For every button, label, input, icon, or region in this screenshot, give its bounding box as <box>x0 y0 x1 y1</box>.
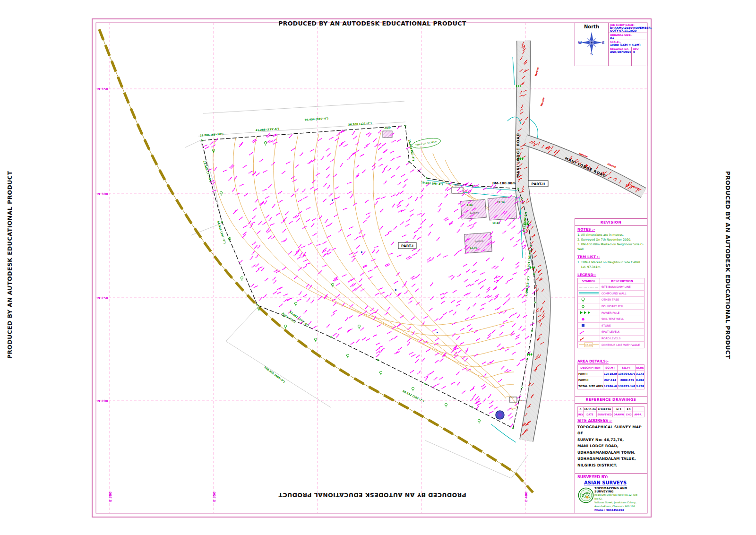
well-center <box>498 413 502 417</box>
building-value: 12.81 <box>492 222 500 224</box>
svg-text:W: W <box>578 41 582 45</box>
dim-label: 29.981 (98'-4") <box>421 181 443 186</box>
approval-header-row: REV. DATE SURVEYED DRAWN CHD APPR. <box>578 412 644 417</box>
svg-text:97.00: 97.00 <box>585 344 593 346</box>
site-address-section: SITE ADDRESS :- TOPOGRAPHICAL SURVEY MAP… <box>575 417 647 471</box>
area-details-section: AREA DETAILS:- DESCRIPTION SQ.MT SQ.FT A… <box>575 358 647 391</box>
building-value: 13.26 <box>497 201 505 204</box>
autodesk-banner-left: PRODUCED BY AN AUTODESK EDUCATIONAL PROD… <box>6 166 13 364</box>
benchmark-label: BM-100.00m <box>492 181 516 185</box>
compound-wall-symbol <box>578 291 600 297</box>
company-name: ASIAN SURVEYS <box>584 480 644 485</box>
building-2 <box>488 197 516 220</box>
dim-label: 21.286 (69'-10") <box>200 132 224 137</box>
dim-label: 138.481 (454'-4") <box>264 366 286 384</box>
dim-label: 86.132 (282'-7") <box>402 389 425 403</box>
grid-label-e: E 400 <box>524 492 528 502</box>
sheet-frame <box>92 19 651 517</box>
revision-header: REVISION <box>575 219 647 226</box>
table-row: PART-II 267.614 2880.575 0.066 <box>578 377 644 383</box>
grid-label-n: N 250 <box>97 296 108 300</box>
title-block-main: REVISION NOTES :- 1. All dimensions are … <box>575 218 647 513</box>
stone-symbol <box>578 323 600 329</box>
compass-rose-icon: W E S <box>578 29 605 56</box>
contour-lines <box>213 131 516 410</box>
part1-label: PART-I <box>401 244 413 248</box>
autodesk-banner-bottom: PRODUCED BY AN AUTODESK EDUCATIONAL PROD… <box>273 492 472 499</box>
surveyed-by-section: SURVEYED BY: ASIAN SURVEYS TOPOMAPPING A… <box>575 473 647 513</box>
survey-grid <box>96 23 647 513</box>
shed-structure <box>383 131 392 138</box>
building-value: 8.86 <box>467 204 473 207</box>
legend-section: LEGEND:- SYMBOL DESCRIPTION SITE BOUNDAR… <box>575 271 647 350</box>
dim-label: 44.932 (147'-5") <box>217 220 227 244</box>
grid-label-n: N 200 <box>97 399 108 403</box>
svg-text:S: S <box>590 52 593 56</box>
grid-label-n: N 300 <box>97 192 108 196</box>
north-compass: North W E S <box>575 23 609 66</box>
house-label: House <box>534 67 540 76</box>
autodesk-banner-top: PRODUCED BY AN AUTODESK EDUCATIONAL PROD… <box>273 20 472 27</box>
dim-label: 99.454 (326'-4") <box>305 117 329 121</box>
spot-levels-symbol <box>578 329 600 335</box>
dim-label: 23.580 (77'-4") <box>203 160 212 182</box>
svg-text:E: E <box>602 41 604 45</box>
notes-section: NOTES :- 1. All dimensions are in metres… <box>575 226 647 253</box>
table-row: TOTAL SITE AREA 12986.466 139785.148 3.2… <box>578 383 644 389</box>
scale-row: SCALE:- 1:400 (1CM = 4.0M) <box>609 40 647 47</box>
dim-label: 41.288 (135'-6") <box>256 127 280 132</box>
job-info: JOB SHEET NAME: D:\RAMU\2020\NOVEMBER\ O… <box>609 23 647 66</box>
north-label: North <box>584 24 599 29</box>
dim-label: 36.908 (121'-1") <box>348 121 372 126</box>
neighbour-parcel-lines <box>185 101 528 478</box>
part2-label: PART-II <box>532 182 545 186</box>
title-block-header: North W E S JOB SHEET NAME: D:\RAMU\2020… <box>575 23 647 66</box>
house-label: House <box>540 97 545 106</box>
building-value: 12.95 <box>470 246 477 249</box>
power-pole-symbol <box>578 310 600 316</box>
other-tree-symbol <box>578 297 600 303</box>
grid-label-e: E 300 <box>109 492 112 502</box>
buildings <box>383 131 517 419</box>
house-label: House <box>607 163 617 169</box>
original-size-row: ORIGINAL SIZE:- A1 <box>609 33 647 40</box>
map-labels: N 350 N 300 N 250 N 200 E 300 E 350 E 40… <box>97 67 640 502</box>
shed-value-label: 2.29 <box>384 126 391 129</box>
drawing-no-row: DRAWING NO. ASK/107/2020 REV: 0 <box>609 47 647 66</box>
ramu-track <box>99 29 533 492</box>
approval-values-row: 0 07-11-2020 P.SURESH M.S P.S <box>578 407 644 412</box>
road-levels-symbol <box>578 336 600 342</box>
building-3 <box>464 233 492 253</box>
road-name-vertical: MANI LODGE ROAD <box>516 133 520 178</box>
room-label: Room <box>519 399 525 402</box>
grid-label-n: N 350 <box>97 87 108 91</box>
grid-label-e: E 350 <box>213 492 216 502</box>
table-row: PART-I 12718.852 136904.573 3.143 <box>578 371 644 377</box>
site-boundary-line-symbol <box>578 284 600 290</box>
asian-surveys-logo <box>577 486 594 513</box>
drawing-sheet: N 350 N 300 N 250 N 200 E 300 E 350 E 40… <box>0 0 756 535</box>
tbm-list-section: TBM LIST :- 1. TBM-1 Marked on Neighbour… <box>575 253 647 271</box>
area-details-table: DESCRIPTION SQ.MT SQ.FT ACRES PART-I 127… <box>577 364 644 389</box>
boundary-peg-symbol <box>578 303 600 310</box>
approval-table: 0 07-11-2020 P.SURESH M.S P.S REV. DATE … <box>577 406 644 417</box>
job-sheet-row: JOB SHEET NAME: D:\RAMU\2020\NOVEMBER\ O… <box>609 23 647 33</box>
contour-line-symbol: 97.00 <box>578 342 600 348</box>
toilet-label: Toilet <box>454 183 460 186</box>
reference-drawings-header: REFERENCE DRAWINGS <box>575 396 647 404</box>
soil-test-well-symbol <box>578 316 600 322</box>
autodesk-banner-right: PRODUCED BY AN AUTODESK EDUCATIONAL PROD… <box>724 166 731 364</box>
